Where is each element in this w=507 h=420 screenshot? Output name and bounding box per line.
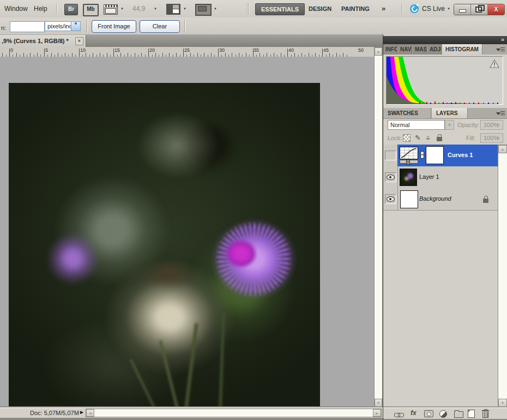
histogram-panel-tabs: INFO NAVIGATOR MASKS ADJUSTMENTS HISTOGR… bbox=[383, 44, 507, 55]
visibility-cell[interactable] bbox=[383, 145, 398, 166]
minimize-button[interactable] bbox=[454, 4, 471, 15]
window-edge bbox=[0, 418, 383, 420]
visibility-cell[interactable] bbox=[383, 188, 398, 210]
ruler-tick-label: 25 bbox=[184, 47, 190, 53]
tab-navigator[interactable]: NAVIGATOR bbox=[398, 44, 412, 55]
scroll-down-icon[interactable]: ▼ bbox=[375, 399, 382, 407]
screen-mode-icon[interactable] bbox=[195, 4, 212, 16]
layer-style-fx-icon[interactable]: fx bbox=[411, 409, 417, 417]
layer-name[interactable]: Layer 1 bbox=[419, 173, 439, 180]
fill-arrow-icon[interactable]: ► bbox=[497, 134, 501, 142]
status-bar: Doc: 5,07M/5,07M ► ◄ ► bbox=[0, 407, 383, 418]
blend-mode-chevron-icon[interactable]: ▼ bbox=[445, 120, 454, 130]
add-layer-mask-icon[interactable] bbox=[424, 410, 433, 417]
visibility-well-empty[interactable] bbox=[385, 151, 396, 160]
layer-thumbnail[interactable] bbox=[400, 169, 417, 186]
screen-mode-caret-icon[interactable]: ▼ bbox=[214, 7, 217, 10]
fill-value[interactable]: 100% ► bbox=[480, 133, 503, 143]
units-dropdown[interactable]: pixels/inch ▼ bbox=[45, 21, 81, 31]
lock-all-icon[interactable] bbox=[437, 137, 442, 141]
clear-button[interactable]: Clear bbox=[140, 20, 180, 33]
visibility-cell[interactable] bbox=[383, 166, 398, 188]
resolution-input[interactable] bbox=[10, 21, 45, 32]
workspace-essentials[interactable]: ESSENTIALS bbox=[255, 3, 305, 15]
workspace-overflow-icon[interactable]: » bbox=[382, 4, 385, 13]
histogram-panel bbox=[383, 55, 507, 107]
adjustment-mini-slider[interactable] bbox=[400, 160, 418, 164]
eye-icon[interactable] bbox=[387, 175, 395, 180]
scroll-down-icon[interactable]: ▼ bbox=[498, 399, 507, 407]
document-tab[interactable]: ,9% (Curves 1, RGB/8) * × bbox=[0, 35, 86, 47]
zoom-caret-icon[interactable]: ▼ bbox=[154, 7, 157, 10]
menu-window[interactable]: Window bbox=[4, 5, 28, 13]
cs-live-caret-icon[interactable]: ▼ bbox=[447, 7, 450, 10]
scroll-left-icon[interactable]: ◄ bbox=[86, 409, 94, 417]
close-tab-icon[interactable]: × bbox=[75, 37, 83, 45]
layer-mask-thumbnail[interactable] bbox=[426, 146, 444, 164]
layers-panel-footer: fx bbox=[383, 407, 507, 419]
tab-adjustments[interactable]: ADJUSTMENTS bbox=[427, 44, 442, 55]
lock-transparency-icon[interactable] bbox=[403, 134, 411, 142]
panel-menu-icon[interactable] bbox=[496, 110, 505, 117]
new-group-icon[interactable] bbox=[454, 411, 463, 418]
delete-layer-icon[interactable] bbox=[482, 412, 488, 418]
mask-link-icon[interactable] bbox=[420, 151, 424, 159]
workspace-design[interactable]: DESIGN bbox=[309, 5, 331, 12]
tab-histogram[interactable]: HISTOGRAM bbox=[442, 44, 482, 55]
scroll-up-icon[interactable]: ▲ bbox=[375, 47, 382, 56]
canvas[interactable] bbox=[0, 57, 374, 407]
units-chevron-icon[interactable]: ▼ bbox=[71, 22, 80, 31]
horizontal-ruler: 0 5 10 15 20 25 30 35 40 45 50 bbox=[0, 47, 374, 57]
background-thumbnail[interactable] bbox=[400, 190, 418, 208]
separator bbox=[184, 20, 185, 32]
scroll-right-icon[interactable]: ► bbox=[373, 409, 381, 417]
new-adjustment-layer-icon[interactable] bbox=[439, 410, 447, 418]
layers-scrollbar[interactable]: ▲ ▼ bbox=[498, 145, 507, 407]
document-tab-bar: ,9% (Curves 1, RGB/8) * × bbox=[0, 35, 383, 47]
resolution-label: n: bbox=[1, 25, 6, 31]
collapse-to-icons-bar[interactable]: » bbox=[383, 36, 507, 44]
layer-row-curves-1[interactable]: Curves 1 bbox=[383, 145, 507, 167]
document-size-status[interactable]: Doc: 5,07M/5,07M bbox=[30, 410, 79, 416]
new-layer-icon[interactable] bbox=[468, 410, 475, 418]
layer-name[interactable]: Curves 1 bbox=[448, 152, 473, 158]
collapse-chevron-icon[interactable]: » bbox=[501, 36, 504, 43]
opacity-value[interactable]: 100% ► bbox=[480, 120, 503, 130]
workspace-painting[interactable]: PAINTING bbox=[341, 5, 370, 12]
restore-button[interactable] bbox=[471, 4, 488, 15]
close-button[interactable]: X bbox=[488, 4, 504, 15]
bridge-button[interactable]: Br bbox=[64, 4, 78, 15]
view-extras-caret-icon[interactable]: ▼ bbox=[120, 7, 124, 10]
curves-adjustment-thumbnail[interactable] bbox=[400, 147, 418, 159]
zoom-level-value[interactable]: 44,9 bbox=[132, 5, 145, 13]
eye-icon[interactable] bbox=[387, 196, 395, 202]
cs-live-button[interactable]: CS Live bbox=[422, 5, 445, 13]
lock-position-move-icon[interactable]: ↔↕ bbox=[425, 134, 432, 141]
status-flyout-icon[interactable]: ► bbox=[79, 409, 84, 415]
link-layers-icon[interactable] bbox=[394, 413, 400, 417]
blend-mode-dropdown[interactable]: Normal bbox=[388, 120, 445, 130]
tab-layers[interactable]: LAYERS bbox=[432, 108, 468, 118]
tab-masks[interactable]: MASKS bbox=[413, 44, 427, 55]
lock-pixels-brush-icon[interactable]: ✎ bbox=[415, 134, 421, 142]
layer-name[interactable]: Background bbox=[419, 195, 451, 202]
minimize-icon bbox=[459, 9, 466, 13]
mini-bridge-button[interactable]: Mb bbox=[83, 4, 99, 16]
opacity-arrow-icon[interactable]: ► bbox=[497, 121, 501, 129]
horizontal-scrollbar[interactable]: ◄ ► bbox=[86, 409, 382, 417]
front-image-button[interactable]: Front Image bbox=[92, 20, 136, 33]
vertical-scrollbar[interactable]: ▲ ▼ bbox=[374, 47, 383, 407]
panel-menu-icon[interactable] bbox=[496, 46, 505, 53]
arrange-caret-icon[interactable]: ▼ bbox=[183, 7, 186, 10]
visibility-well[interactable] bbox=[385, 194, 396, 204]
layer-row-layer-1[interactable]: Layer 1 bbox=[383, 166, 507, 189]
cached-data-warning-icon[interactable] bbox=[490, 59, 499, 68]
view-extras-icon[interactable] bbox=[104, 4, 118, 15]
tab-info[interactable]: INFO bbox=[383, 44, 397, 55]
menu-help[interactable]: Help bbox=[34, 5, 47, 13]
visibility-well[interactable] bbox=[385, 172, 396, 182]
arrange-documents-icon[interactable] bbox=[166, 4, 180, 15]
layer-row-background[interactable]: Background bbox=[383, 188, 507, 211]
tab-swatches[interactable]: SWATCHES bbox=[383, 108, 431, 118]
scroll-up-icon[interactable]: ▲ bbox=[498, 145, 507, 153]
